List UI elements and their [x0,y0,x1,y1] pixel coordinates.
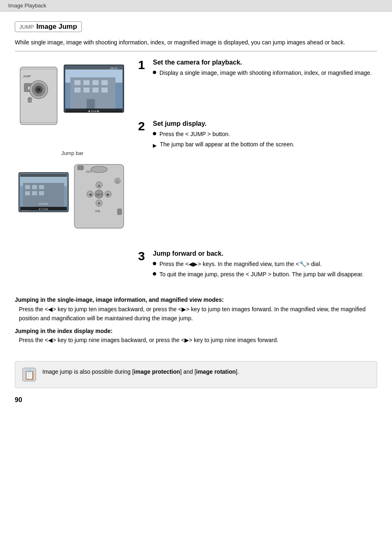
note-2-text: Press the <◀> key to jump nine images ba… [19,336,377,345]
svg-text:⊙: ⊙ [116,180,119,183]
note-1-text: Press the <◀> key to jump ten images bac… [19,305,377,323]
info-text-mid: ] and [ [180,368,196,375]
info-bold-2: image rotation [196,368,235,375]
step-3-item-1: Press the <◀▶> keys. In the magnified vi… [153,260,377,268]
svg-text:◀ Jump ▶: ◀ Jump ▶ [88,110,99,112]
step-3-item-2-text: To quit the image jump, press the < JUMP… [159,270,364,279]
svg-rect-36 [32,191,37,195]
svg-text:JUMP: JUMP [23,75,31,78]
svg-rect-32 [25,185,30,189]
svg-rect-14 [83,88,90,93]
svg-rect-33 [32,185,37,189]
jump-bar-label: Jump bar [61,150,83,156]
svg-text:🗑: 🗑 [27,96,33,103]
svg-rect-35 [25,191,30,195]
svg-rect-9 [74,80,81,85]
camera-diagram-2: ◀ Jump ▶ Canon 100-345 ISO ▲ [17,160,128,247]
step-2-content: Set jump display. Press the < JUMP > but… [153,120,377,151]
step-2-item-2-text: The jump bar will appear at the bottom o… [160,140,295,149]
info-bold-1: image protection [134,368,180,375]
svg-rect-37 [39,191,44,195]
page-number: 90 [15,396,377,404]
step-2: 2 Set jump display. Press the < JUMP > b… [138,120,377,151]
title-badge: JUMP Image Jump [15,21,82,32]
note-1-body: Press the <◀> key to jump ten images bac… [19,306,366,322]
svg-rect-15 [92,88,99,93]
svg-text:◀: ◀ [89,192,92,197]
subtitle-text: While single image, image with shooting … [15,38,377,47]
steps-right-col: 1 Set the camera for playback. Display a… [130,59,377,157]
jump-label: JUMP [19,24,34,30]
svg-rect-13 [74,88,81,93]
svg-point-27 [37,88,41,92]
step-3-content: Jump forward or back. Press the <◀▶> key… [153,250,377,280]
info-icon: 📋 [22,367,37,382]
step-1: 1 Set the camera for playback. Display a… [138,59,377,79]
info-text-after: ]. [236,368,239,375]
note-2-heading: Jumping in the index display mode: [15,328,113,334]
step-3-area: 3 Jump forward or back. Press the <◀▶> k… [130,250,377,287]
svg-text:WB: WB [95,209,100,213]
step-3-item-2: To quit the image jump, press the < JUMP… [153,270,377,279]
svg-rect-10 [83,80,90,85]
svg-text:100-30: 100-30 [110,67,118,69]
svg-rect-34 [39,185,44,189]
info-text: Image jump is also possible during [imag… [42,367,239,376]
bottom-notes: Jumping in the single-image, image infor… [15,295,377,345]
step-2-item-1: Press the < JUMP > button. [153,130,377,139]
step-3-row: 3 Jump forward or back. Press the <◀▶> k… [15,250,377,287]
step-2-number: 2 [138,120,150,151]
step-3-item-1-text: Press the <◀▶> keys. In the magnified vi… [159,260,322,268]
svg-text:▶: ▶ [107,192,110,197]
note-1: Jumping in the single-image, image infor… [15,295,377,323]
info-text-before: Image jump is also possible during [ [42,368,134,375]
svg-text:▲: ▲ [97,183,101,187]
note-2-body: Press the <◀> key to jump nine images ba… [19,337,278,343]
svg-rect-12 [101,80,108,85]
svg-rect-11 [92,80,99,85]
step-1-content: Set the camera for playback. Display a s… [153,59,377,79]
note-1-heading: Jumping in the single-image, image infor… [15,296,224,303]
breadcrumb: Image Playback [8,2,46,9]
bullet-icon [153,262,156,265]
bullet-icon [153,71,156,74]
step-1-item-1: Display a single image, image with shoot… [153,69,377,77]
svg-text:◀ Jump ▶: ◀ Jump ▶ [39,208,48,210]
arrow-icon: ▶ [153,142,157,149]
info-box: 📋 Image jump is also possible during [im… [15,361,377,388]
svg-rect-57 [118,209,122,215]
step-2-item-1-text: Press the < JUMP > button. [159,130,230,139]
svg-text:100-345: 100-345 [22,210,30,212]
note-2: Jumping in the index display mode: Press… [15,326,377,345]
step-1-number: 1 [138,59,150,79]
step-1-heading: Set the camera for playback. [153,59,377,66]
svg-rect-16 [101,88,108,93]
svg-rect-58 [78,166,83,170]
camera-svg-2: ◀ Jump ▶ Canon 100-345 ISO ▲ [17,160,128,247]
camera-svg-1: ▶ 🗑 JUMP [17,59,128,145]
bullet-icon [153,272,156,275]
svg-text:📋: 📋 [24,369,35,380]
step-1-item-1-text: Display a single image, image with shoot… [159,69,372,77]
step-2-heading: Set jump display. [153,120,377,127]
svg-rect-40 [20,174,67,177]
svg-text:ISO: ISO [86,170,92,174]
camera-diagram-1: ▶ 🗑 JUMP [17,59,128,145]
svg-point-45 [91,166,107,173]
step-3: 3 Jump forward or back. Press the <◀▶> k… [138,250,377,280]
step-3-heading: Jump forward or back. [153,250,377,257]
step-3-number: 3 [138,250,150,280]
step-2-item-2: ▶ The jump bar will appear at the bottom… [153,140,377,149]
bullet-icon [153,132,156,135]
svg-text:▼: ▼ [97,201,101,206]
jump-title: Image Jump [36,23,77,31]
title-section: JUMP Image Jump [15,21,377,32]
page-header: Image Playback [0,0,392,12]
svg-text:Canon: Canon [39,202,48,206]
divider [15,51,377,51]
svg-text:SET: SET [96,193,102,197]
